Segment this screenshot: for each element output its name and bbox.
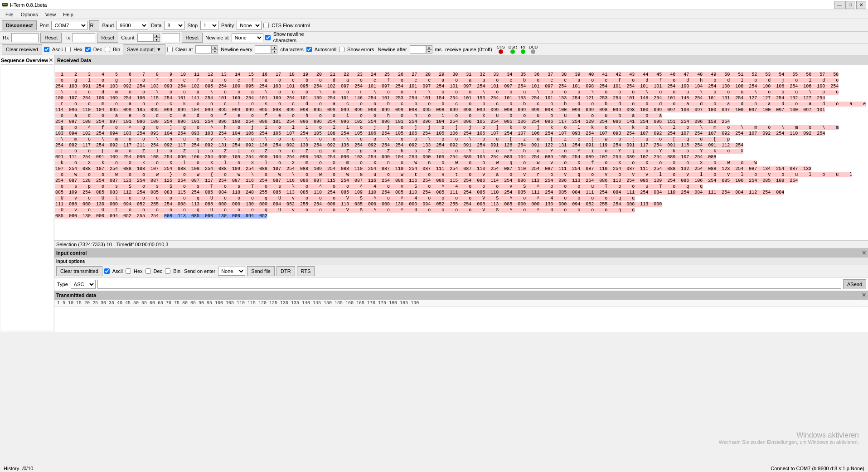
clear-at-checkbox[interactable]: [167, 47, 173, 52]
send-file-button[interactable]: Send file: [247, 266, 275, 276]
chars-label: characters: [279, 47, 304, 52]
transmitted-title: Transmitted data: [56, 292, 96, 298]
dsr-dot: [510, 49, 515, 54]
history-status: History -/0/10: [4, 466, 33, 471]
save-output-dropdown-icon[interactable]: ▼: [155, 47, 161, 52]
input-bin-checkbox[interactable]: [165, 268, 170, 274]
clear-at-input[interactable]: 0: [195, 45, 212, 54]
ascii-checkbox[interactable]: [44, 47, 49, 52]
menu-file[interactable]: File: [2, 11, 17, 18]
transmitted-header: Transmitted data ✕: [54, 291, 868, 300]
input-hex-label: Hex: [133, 268, 144, 274]
selection-status-text: Selection (7324:7333) 10 - Timediff 00:0…: [56, 242, 168, 247]
dtr-button[interactable]: DTR: [276, 266, 295, 276]
received-data-header: Received Data: [54, 55, 868, 65]
cts-indicator-label: CTS: [497, 45, 505, 49]
clear-at-label: Clear at: [175, 47, 194, 52]
window-title: HTerm 0.8.1beta: [10, 2, 47, 8]
title-bar: 📟 HTerm 0.8.1beta — □ ✕: [0, 0, 868, 10]
input-hex-checkbox[interactable]: [126, 268, 131, 274]
send-on-enter-select[interactable]: None: [218, 267, 245, 276]
count-down-button[interactable]: ▼: [154, 38, 160, 42]
save-output-button[interactable]: Save output ▼: [123, 44, 165, 54]
newline-after-down[interactable]: ▼: [426, 49, 432, 54]
clear-received-button[interactable]: Clear received: [2, 44, 42, 54]
transmitted-ruler: 1 5 10 15 20 25 30 35 40 45 50 55 60 65 …: [54, 300, 868, 307]
ri-indicator: RI: [521, 45, 525, 54]
menu-view[interactable]: View: [42, 11, 60, 18]
tx-input[interactable]: 0: [73, 33, 95, 42]
baud-select[interactable]: 9600: [116, 21, 148, 30]
input-dec-checkbox[interactable]: [145, 268, 151, 274]
bin-checkbox[interactable]: [105, 47, 110, 52]
cts-dot: [499, 49, 503, 54]
toolbar-row1: Disconnect Port COM7 R Baud 9600 Data 8 …: [0, 19, 868, 32]
clear-transmitted-button[interactable]: Clear transmitted: [56, 266, 102, 276]
newline-select[interactable]: None: [232, 33, 263, 42]
disconnect-button[interactable]: Disconnect: [2, 20, 37, 30]
maximize-button[interactable]: □: [845, 1, 855, 9]
close-button[interactable]: ✕: [856, 1, 866, 9]
data-display-area[interactable]: 1 2 3 4 5 6 7 8 9 10 11 12 13 14 15 16 1…: [54, 65, 868, 240]
minimize-button[interactable]: —: [834, 1, 844, 9]
autoscroll-checkbox[interactable]: [306, 47, 312, 52]
toolbar-row2: Rx 19001 Reset Tx 0 Reset Count 0 ▲ ▼ 31…: [0, 32, 868, 44]
tx-label: Tx: [63, 35, 71, 40]
type-select[interactable]: ASC: [71, 280, 96, 289]
port-select[interactable]: COM7: [51, 21, 87, 30]
parity-select[interactable]: None: [237, 21, 262, 30]
count-up-button[interactable]: ▲: [154, 34, 160, 38]
stop-select[interactable]: 1: [200, 21, 218, 30]
r-button[interactable]: R: [89, 20, 99, 30]
cts-checkbox[interactable]: [263, 23, 269, 28]
reset3-button[interactable]: Reset: [182, 33, 203, 43]
input-bin-label: Bin: [172, 268, 181, 274]
type-input[interactable]: [97, 280, 841, 289]
dec-checkbox[interactable]: [85, 47, 91, 52]
newline-every-up[interactable]: ▲: [271, 45, 277, 49]
sequence-close-button[interactable]: ✕: [48, 57, 53, 63]
newline-after-up[interactable]: ▲: [426, 45, 432, 49]
reset2-button[interactable]: Reset: [97, 33, 118, 43]
parity-label: Parity: [220, 23, 235, 28]
transmitted-content: [54, 307, 868, 332]
rts-button[interactable]: RTS: [297, 266, 315, 276]
count-label: Count: [120, 35, 135, 40]
menu-options[interactable]: Options: [17, 11, 42, 18]
newline-every-down[interactable]: ▼: [271, 49, 277, 54]
newline-label: Newline at: [204, 35, 229, 40]
input-control-close[interactable]: ✕: [862, 250, 866, 256]
asend-button[interactable]: ASend: [843, 279, 866, 289]
data-select[interactable]: 8: [164, 21, 184, 30]
right-panel: Received Data 1 2 3 4 5 6 7 8 9 10 11 12…: [54, 55, 868, 332]
transmitted-section: Transmitted data ✕ 1 5 10 15 20 25 30 35…: [54, 291, 868, 332]
input-control-title: Input control: [56, 250, 87, 256]
ri-indicator-label: RI: [521, 45, 525, 49]
newline-every-input[interactable]: 0: [255, 45, 271, 54]
show-newline-checkbox[interactable]: [265, 35, 271, 40]
transmitted-close[interactable]: ✕: [862, 292, 866, 298]
count2-input[interactable]: 319: [162, 33, 180, 42]
show-errors-checkbox[interactable]: [339, 47, 344, 52]
data-rows: 1 2 3 4 5 6 7 8 9 10 11 12 13 14 15 16 1…: [55, 66, 867, 225]
hex-checkbox[interactable]: [65, 47, 71, 52]
newline-after-input[interactable]: 0: [410, 45, 426, 54]
clear-at-up[interactable]: ▲: [212, 45, 218, 49]
show-errors-label: Show errors: [346, 47, 375, 52]
count-input[interactable]: 0: [137, 34, 154, 42]
baud-label: Baud: [101, 23, 115, 28]
toolbar-row3: Clear received Ascii Hex Dec Bin Save ou…: [0, 44, 868, 55]
autoscroll-label: Autoscroll: [314, 47, 337, 52]
rx-input[interactable]: 19001: [11, 33, 39, 42]
connect-status: Connect to COM7 (b:9600 d:8 s:1 p:None): [771, 466, 864, 471]
menu-help[interactable]: Help: [59, 11, 77, 18]
clear-at-down[interactable]: ▼: [212, 49, 218, 54]
input-ascii-checkbox[interactable]: [104, 268, 110, 274]
reset1-button[interactable]: Reset: [40, 33, 62, 43]
main-content: Sequence Overview ✕ Received Data 1 2 3 …: [0, 55, 868, 332]
ri-dot: [521, 49, 525, 54]
bottom-status-bar: History -/0/10 Connect to COM7 (b:9600 d…: [0, 464, 868, 472]
input-control-header: Input control ✕: [54, 248, 868, 258]
dcd-indicator: DCD: [529, 45, 538, 54]
newline-after-spinbox: 0 ▲ ▼: [410, 45, 432, 54]
